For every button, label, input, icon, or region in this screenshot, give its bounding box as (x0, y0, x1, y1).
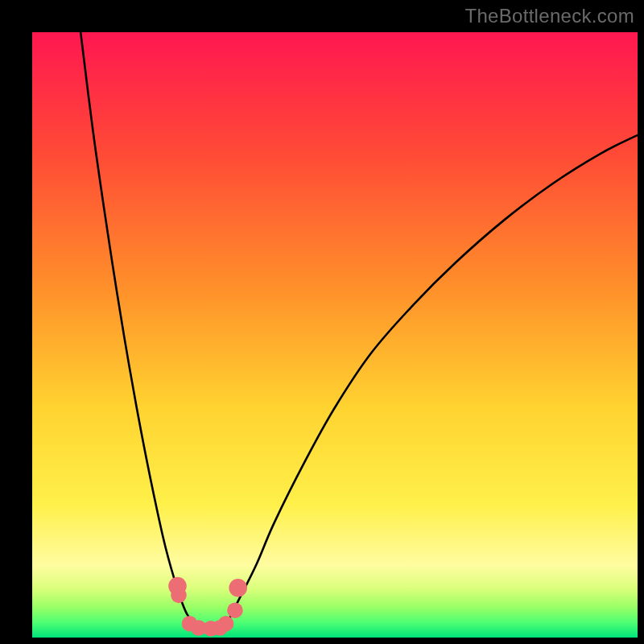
marker-point (229, 579, 247, 597)
marker-point (218, 616, 234, 632)
plot-area (32, 32, 638, 638)
marker-group (168, 577, 247, 637)
curve-right-branch (226, 135, 638, 625)
series-group (80, 32, 638, 629)
watermark-text: TheBottleneck.com (464, 5, 634, 27)
curve-left-branch (80, 32, 196, 625)
chart-root: TheBottleneck.com (0, 0, 644, 644)
curve-canvas (32, 32, 638, 638)
marker-point (171, 588, 187, 604)
marker-point (227, 602, 243, 618)
